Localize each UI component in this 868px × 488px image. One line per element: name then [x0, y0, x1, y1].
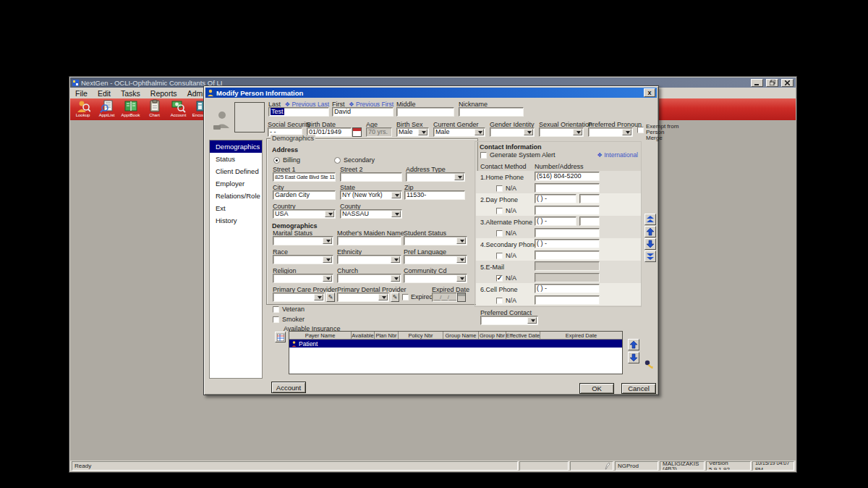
sidebar-item-status[interactable]: Status [210, 153, 262, 165]
col-expired-date[interactable]: Expired Date [540, 332, 622, 339]
last-name-input[interactable]: Test [268, 107, 329, 117]
veteran-checkbox[interactable] [273, 306, 279, 313]
billing-radio[interactable] [273, 157, 280, 164]
col-group-name[interactable]: Group Name [443, 332, 479, 339]
race-select[interactable] [273, 255, 333, 264]
sidebar-item-employer[interactable]: Employer [210, 177, 262, 190]
close-button[interactable] [781, 79, 793, 87]
county-select[interactable]: NASSAU [340, 209, 402, 219]
minimize-button[interactable] [751, 79, 763, 87]
secondary-radio[interactable] [334, 157, 341, 164]
col-policy-nbr[interactable]: Policy Nbr [399, 332, 443, 339]
alternate-phone-input[interactable]: ( ) - [535, 216, 576, 226]
sidebar-item-client-defined[interactable]: Client Defined [210, 165, 262, 177]
email-na-checkbox[interactable] [496, 275, 503, 282]
international-link[interactable]: ❖ International [566, 151, 638, 159]
religion-select[interactable] [273, 274, 333, 283]
pref-language-select[interactable] [404, 255, 467, 264]
street1-input[interactable]: 825 East Gate Blvd Ste 111 [273, 172, 336, 182]
gender-identity-select[interactable] [490, 127, 535, 137]
marital-status-select[interactable] [273, 236, 333, 245]
student-status-select[interactable] [404, 236, 467, 245]
col-payer-name[interactable]: Payer Name [289, 332, 352, 339]
mothers-maiden-name-input[interactable] [337, 236, 401, 245]
birth-sex-select[interactable]: Male [396, 127, 429, 137]
preferred-pronoun-select[interactable] [588, 127, 633, 137]
pcp-edit-pencil-button[interactable]: ✎ [326, 293, 335, 302]
preferred-contact-select[interactable] [480, 316, 538, 325]
middle-name-input[interactable] [396, 107, 454, 117]
alternate-phone-na-input[interactable] [535, 228, 600, 237]
street2-input[interactable] [340, 172, 402, 182]
menu-reports[interactable]: Reports [145, 89, 182, 98]
birth-date-calendar-button[interactable] [352, 127, 362, 137]
col-effective-date[interactable]: Effective Date [506, 332, 540, 339]
menu-tasks[interactable]: Tasks [116, 89, 145, 98]
scroll-double-up-button[interactable] [644, 214, 656, 225]
scroll-double-down-button[interactable] [644, 251, 656, 262]
current-gender-select[interactable]: Male [433, 127, 485, 137]
toolbar-chart-button[interactable]: Chart [143, 99, 166, 119]
col-plan-nbr[interactable]: Plan Nbr [375, 332, 399, 339]
menu-edit[interactable]: Edit [93, 89, 116, 98]
city-input[interactable]: Garden City [273, 190, 336, 200]
day-phone-input[interactable]: ( ) - [535, 194, 576, 203]
expired-date-calendar-button[interactable] [457, 293, 466, 302]
insurance-grid-button[interactable] [275, 332, 286, 342]
cancel-button[interactable]: Cancel [621, 383, 656, 394]
home-phone-na-checkbox[interactable] [496, 185, 503, 192]
sidebar-item-history[interactable]: History [210, 214, 262, 227]
insurance-row-patient[interactable]: Patient [289, 340, 622, 348]
day-phone-na-input[interactable] [535, 206, 600, 215]
dialog-close-button[interactable]: x [644, 88, 655, 97]
first-name-input[interactable]: David [332, 107, 393, 117]
email-na-input[interactable] [535, 273, 600, 282]
insurance-move-down-button[interactable] [628, 352, 639, 363]
patient-photo-box[interactable] [234, 102, 265, 132]
col-available[interactable]: Available [352, 332, 375, 339]
ethnicity-select[interactable] [337, 255, 401, 264]
zip-input[interactable]: 11530- [404, 190, 465, 200]
sidebar-item-relations-role[interactable]: Relations/Role [210, 190, 262, 202]
toolbar-lookup-button[interactable]: Lookup [72, 99, 94, 119]
cell-phone-input[interactable]: ( ) - [535, 284, 600, 293]
restore-button[interactable] [766, 79, 778, 87]
country-select[interactable]: USA [273, 209, 336, 219]
address-type-select[interactable] [406, 172, 465, 182]
ok-button[interactable]: OK [579, 383, 614, 394]
nickname-input[interactable] [459, 107, 524, 117]
scroll-down-button[interactable] [644, 238, 656, 250]
email-input[interactable] [535, 261, 600, 271]
toolbar-account-button[interactable]: Account [167, 99, 190, 119]
expired-checkbox[interactable] [402, 294, 409, 300]
toolbar-apptlist-button[interactable]: ApptList [95, 99, 118, 119]
exempt-merge-checkbox[interactable] [637, 127, 644, 133]
home-phone-na-input[interactable] [535, 183, 600, 193]
primary-dental-provider-select[interactable] [337, 293, 389, 302]
cell-phone-na-checkbox[interactable] [496, 298, 503, 304]
alternate-phone-ext-input[interactable] [579, 216, 600, 226]
cell-phone-na-input[interactable] [535, 295, 600, 305]
primary-care-provider-select[interactable] [273, 293, 325, 302]
menu-file[interactable]: File [70, 89, 93, 98]
insurance-key-icon[interactable] [644, 360, 654, 369]
sidebar-item-ext[interactable]: Ext [210, 202, 262, 214]
alternate-phone-na-checkbox[interactable] [496, 230, 503, 237]
account-button[interactable]: Account [271, 382, 306, 393]
generate-system-alert-checkbox[interactable] [480, 152, 487, 159]
insurance-move-up-button[interactable] [628, 339, 639, 350]
pdp-edit-pencil-button[interactable]: ✎ [391, 293, 399, 302]
church-select[interactable] [337, 274, 401, 283]
secondary-phone-input[interactable]: ( ) - [535, 239, 600, 248]
smoker-checkbox[interactable] [273, 316, 279, 323]
day-phone-ext-input[interactable] [579, 194, 600, 203]
day-phone-na-checkbox[interactable] [496, 208, 503, 214]
col-group-nbr[interactable]: Group Nbr [479, 332, 506, 339]
sexual-orientation-select[interactable] [539, 127, 584, 137]
home-phone-input[interactable]: (516) 804-5200 [535, 172, 600, 181]
expired-date-input[interactable]: __/__/____ [432, 293, 457, 302]
sidebar-item-demographics[interactable]: Demographics [210, 140, 262, 153]
toolbar-apptbook-button[interactable]: ApptBook [119, 99, 142, 119]
secondary-phone-na-checkbox[interactable] [496, 253, 503, 259]
scroll-up-button[interactable] [644, 226, 656, 237]
